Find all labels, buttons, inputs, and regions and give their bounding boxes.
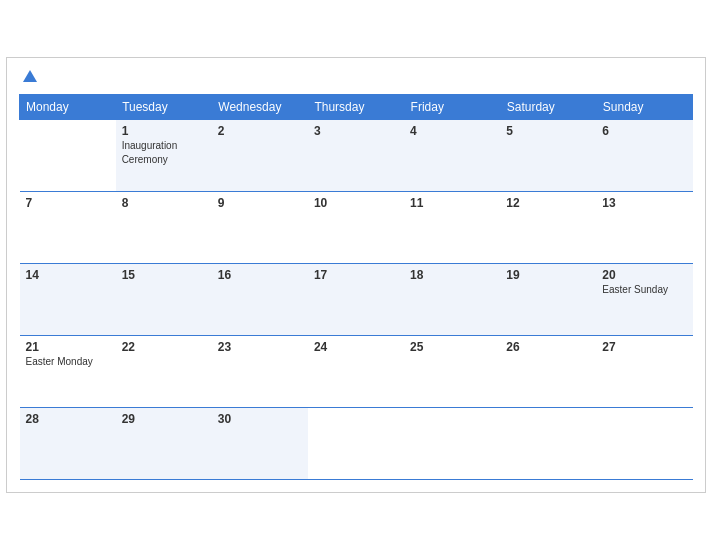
calendar-week-row: 21Easter Monday222324252627 <box>20 336 693 408</box>
day-number: 24 <box>314 340 398 354</box>
calendar-cell: 25 <box>404 336 500 408</box>
calendar-cell: 24 <box>308 336 404 408</box>
day-number: 5 <box>506 124 590 138</box>
weekday-header-row: MondayTuesdayWednesdayThursdayFridaySatu… <box>20 95 693 120</box>
day-number: 21 <box>26 340 110 354</box>
calendar-cell <box>308 408 404 480</box>
day-number: 1 <box>122 124 206 138</box>
calendar-cell: 29 <box>116 408 212 480</box>
day-number: 22 <box>122 340 206 354</box>
calendar-cell: 4 <box>404 120 500 192</box>
day-number: 15 <box>122 268 206 282</box>
calendar-week-row: 282930 <box>20 408 693 480</box>
calendar-body: 1Inauguration Ceremony234567891011121314… <box>20 120 693 480</box>
weekday-header-friday: Friday <box>404 95 500 120</box>
calendar-cell: 21Easter Monday <box>20 336 116 408</box>
calendar-cell: 26 <box>500 336 596 408</box>
day-number: 14 <box>26 268 110 282</box>
calendar-cell: 27 <box>596 336 692 408</box>
calendar-cell: 30 <box>212 408 308 480</box>
calendar-week-row: 14151617181920Easter Sunday <box>20 264 693 336</box>
calendar-cell: 22 <box>116 336 212 408</box>
day-number: 10 <box>314 196 398 210</box>
day-number: 18 <box>410 268 494 282</box>
calendar-cell: 28 <box>20 408 116 480</box>
day-number: 23 <box>218 340 302 354</box>
day-number: 6 <box>602 124 686 138</box>
calendar-cell: 17 <box>308 264 404 336</box>
day-number: 19 <box>506 268 590 282</box>
day-number: 11 <box>410 196 494 210</box>
day-number: 16 <box>218 268 302 282</box>
day-number: 17 <box>314 268 398 282</box>
weekday-header-tuesday: Tuesday <box>116 95 212 120</box>
calendar-cell: 8 <box>116 192 212 264</box>
calendar-cell: 10 <box>308 192 404 264</box>
weekday-header-monday: Monday <box>20 95 116 120</box>
day-number: 4 <box>410 124 494 138</box>
calendar-cell <box>596 408 692 480</box>
day-number: 12 <box>506 196 590 210</box>
weekday-header-saturday: Saturday <box>500 95 596 120</box>
weekday-header-thursday: Thursday <box>308 95 404 120</box>
calendar-cell: 6 <box>596 120 692 192</box>
day-number: 29 <box>122 412 206 426</box>
day-number: 2 <box>218 124 302 138</box>
day-number: 9 <box>218 196 302 210</box>
day-number: 8 <box>122 196 206 210</box>
calendar-week-row: 78910111213 <box>20 192 693 264</box>
calendar-table: MondayTuesdayWednesdayThursdayFridaySatu… <box>19 94 693 480</box>
day-number: 30 <box>218 412 302 426</box>
weekday-header-sunday: Sunday <box>596 95 692 120</box>
day-number: 25 <box>410 340 494 354</box>
event-text: Inauguration Ceremony <box>122 140 178 165</box>
calendar-cell: 18 <box>404 264 500 336</box>
day-number: 3 <box>314 124 398 138</box>
calendar-container: MondayTuesdayWednesdayThursdayFridaySatu… <box>6 57 706 493</box>
calendar-cell: 23 <box>212 336 308 408</box>
calendar-cell: 7 <box>20 192 116 264</box>
day-number: 7 <box>26 196 110 210</box>
calendar-cell: 19 <box>500 264 596 336</box>
logo-icon <box>21 68 39 86</box>
calendar-cell: 2 <box>212 120 308 192</box>
calendar-cell: 1Inauguration Ceremony <box>116 120 212 192</box>
calendar-cell: 20Easter Sunday <box>596 264 692 336</box>
day-number: 26 <box>506 340 590 354</box>
calendar-cell: 15 <box>116 264 212 336</box>
day-number: 20 <box>602 268 686 282</box>
calendar-cell: 3 <box>308 120 404 192</box>
event-text: Easter Sunday <box>602 284 668 295</box>
weekday-header-wednesday: Wednesday <box>212 95 308 120</box>
calendar-cell: 5 <box>500 120 596 192</box>
calendar-cell <box>20 120 116 192</box>
calendar-cell: 11 <box>404 192 500 264</box>
day-number: 13 <box>602 196 686 210</box>
calendar-cell: 14 <box>20 264 116 336</box>
event-text: Easter Monday <box>26 356 93 367</box>
calendar-cell: 12 <box>500 192 596 264</box>
logo <box>19 68 41 86</box>
svg-marker-0 <box>23 70 37 82</box>
calendar-cell <box>500 408 596 480</box>
day-number: 27 <box>602 340 686 354</box>
day-number: 28 <box>26 412 110 426</box>
calendar-cell: 13 <box>596 192 692 264</box>
calendar-week-row: 1Inauguration Ceremony23456 <box>20 120 693 192</box>
calendar-cell <box>404 408 500 480</box>
calendar-cell: 16 <box>212 264 308 336</box>
calendar-header <box>19 68 693 86</box>
calendar-cell: 9 <box>212 192 308 264</box>
